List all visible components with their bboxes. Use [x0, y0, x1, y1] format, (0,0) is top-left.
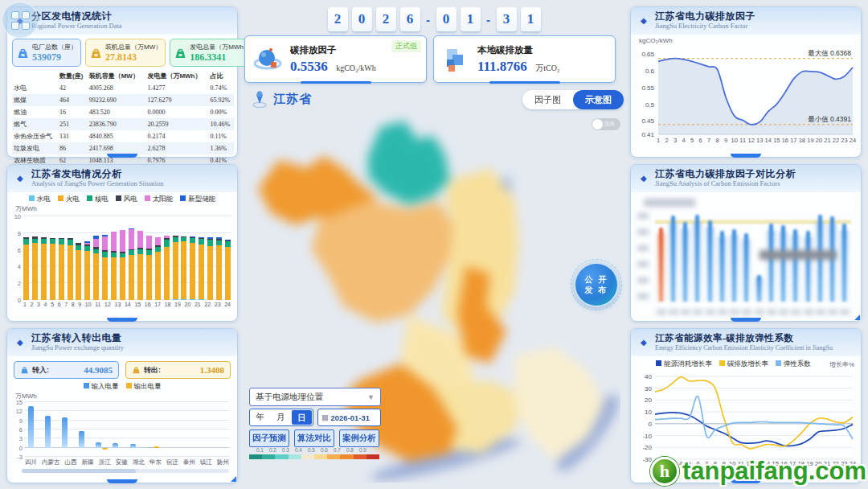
granularity-day[interactable]: 日: [292, 410, 312, 425]
blurred-x-tick: [779, 310, 788, 314]
legend-swatch: [58, 195, 63, 201]
compare-chart-blurred[interactable]: [631, 192, 861, 319]
y-axis-tick: 4: [18, 263, 21, 270]
granularity-year[interactable]: 年: [250, 412, 270, 423]
bar-segment: [111, 257, 117, 300]
factor-line-chart[interactable]: 0.650.60.550.50.450.41最大值 0.6368最小值 0.43…: [634, 44, 858, 158]
algorithm-compare-button[interactable]: 算法对比: [294, 429, 334, 447]
x-axis-tick: 宿迁: [166, 458, 178, 466]
scrollbar-thumb[interactable]: [22, 469, 136, 473]
diamond-icon: ◆: [641, 17, 649, 25]
legend-item: 输出电量: [126, 382, 162, 392]
x-axis-tick: 19: [174, 302, 181, 307]
panel-collapse-handle[interactable]: [107, 318, 137, 322]
bar-segment: [41, 244, 47, 300]
app-launcher-widget[interactable]: [2, 2, 39, 39]
x-axis-tick: 1: [23, 302, 27, 307]
bar-segment: [120, 257, 125, 300]
table-cell: 0.0000: [145, 106, 208, 118]
granularity-segment[interactable]: 年 月 日: [249, 409, 313, 426]
panel-collapse-handle[interactable]: [731, 318, 761, 322]
svg-text:3: 3: [674, 137, 677, 144]
date-digit-tile: 0: [436, 7, 457, 31]
legend-item: 风电: [116, 195, 137, 204]
x-axis-tick: 17: [154, 302, 161, 307]
button-label: 案例分析: [342, 433, 376, 444]
scale-color-segment: [340, 454, 353, 459]
bar-segment: [173, 242, 178, 299]
panel-title: 江苏省能源效率-碳排放弹性系数: [655, 332, 854, 343]
table-cell: 251: [58, 118, 88, 130]
bar-segment: [216, 245, 222, 300]
jiangsu-map[interactable]: [246, 111, 620, 483]
table-header-cell: [12, 70, 58, 82]
svg-text:22: 22: [833, 137, 839, 144]
bar-segment: [207, 240, 213, 246]
exchange-bar: [113, 443, 118, 448]
stacked-bar: [207, 237, 213, 301]
svg-text:4: 4: [682, 137, 685, 144]
legend-item: 太阳能: [145, 195, 174, 204]
svg-text:1: 1: [657, 137, 660, 144]
table-header-cell: 发电量（万MWh）: [145, 70, 208, 82]
legend-swatch: [87, 195, 92, 201]
date-picker[interactable]: ▦ 2026-01-31: [317, 409, 381, 426]
generation-chart-plot[interactable]: 0246810: [23, 216, 231, 300]
date-separator: -: [424, 7, 432, 31]
exchange-chart-plot[interactable]: 15129630-3: [25, 402, 229, 457]
exchange-x-labels: 四川内蒙古山西新疆浙江安徽湖北华东宿迁泰州镇江扬州: [25, 458, 229, 466]
panel-carbon-factor-header: ◆ 江苏省电力碳排放因子 JiangSu Electricity Carbon …: [631, 7, 861, 35]
panel-collapse-handle[interactable]: [107, 154, 137, 158]
toggle-option-factor-map[interactable]: 因子图: [522, 90, 573, 109]
blurred-legend: [644, 199, 695, 207]
plant-icon: [174, 47, 186, 60]
toggle-knob[interactable]: [592, 119, 603, 129]
table-cell: 23836.790: [88, 118, 146, 130]
panel-resize-corner[interactable]: [231, 476, 236, 482]
x-axis-tick: 16: [145, 302, 151, 307]
map-view-toggle[interactable]: 因子图 示意图: [522, 90, 624, 109]
factor-predict-button[interactable]: 因子预测: [249, 429, 289, 447]
blurred-y-tick: [637, 229, 649, 235]
panel-collapse-handle[interactable]: [731, 154, 761, 158]
bar-segment: [155, 252, 161, 300]
x-axis-tick: 8: [72, 302, 75, 307]
exchange-scrollbar[interactable]: [22, 469, 229, 473]
gridline: [25, 410, 229, 411]
geo-source-select[interactable]: 基于电源地理位置 ▼: [249, 388, 381, 406]
local-emission-card: 本地碳排放量 111.8766 万tCO₂: [433, 35, 616, 83]
panel-resize-corner[interactable]: [854, 314, 860, 320]
stacked-bar: [181, 236, 186, 300]
plant-icon: [17, 47, 29, 60]
panel-collapse-handle[interactable]: [107, 479, 137, 483]
hide-toggle[interactable]: 隐藏: [592, 118, 620, 130]
legend-swatch: [656, 360, 661, 366]
legend-swatch: [29, 195, 35, 201]
legend-swatch: [116, 195, 121, 201]
stacked-bar: [41, 237, 47, 300]
transfer-out-label: 转出:: [144, 365, 161, 376]
y-axis-tick: 0: [19, 444, 23, 451]
factor-unit-label: kgCO₂/kWh: [631, 37, 861, 44]
carbon-factor-unit: kgCO₂/kWh: [336, 64, 376, 72]
scale-tick-label: 0.5: [302, 447, 315, 453]
bar-segment: [50, 244, 55, 300]
panel-factor-compare: ◆ 江苏省电力碳排放因子对比分析 JiangSu Analysis of Car…: [630, 164, 862, 322]
svg-text:23: 23: [841, 137, 847, 144]
toggle-option-schematic-map[interactable]: 示意图: [573, 90, 624, 109]
x-axis-tick: 12: [104, 302, 111, 307]
hide-toggle-label: 隐藏: [604, 121, 615, 128]
date-digit-tile: 0: [352, 7, 372, 31]
transfer-out-card: 转出: 1.3408: [125, 361, 231, 379]
x-axis-tick: 21: [194, 302, 201, 307]
bar-segment: [23, 244, 29, 300]
gridline: [25, 438, 229, 438]
case-analysis-button[interactable]: 案例分析: [339, 429, 379, 447]
granularity-month[interactable]: 月: [270, 412, 290, 423]
diamond-icon: ◆: [641, 339, 649, 347]
legend-item: 新型储能: [180, 195, 215, 204]
compare-bar: [781, 225, 785, 302]
blurred-x-tick: [706, 310, 715, 314]
stacked-bar: [23, 237, 29, 300]
x-axis-tick: 9: [78, 302, 81, 307]
